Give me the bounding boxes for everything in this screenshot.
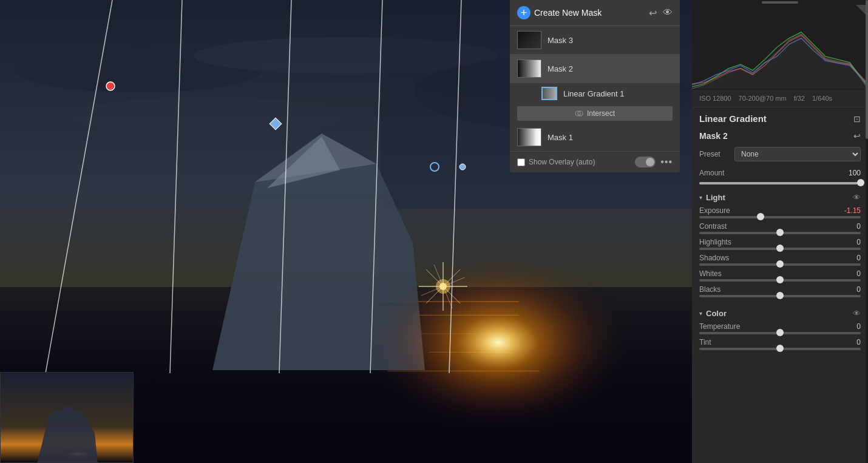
mask-panel: + Create New Mask ↩ 👁 Mask 3 Mask 2 Line… xyxy=(510,0,680,172)
linear-gradient-header: Linear Gradient ⊡ xyxy=(692,107,868,127)
linear-gradient-label: Linear Gradient 1 xyxy=(563,89,624,98)
whites-slider[interactable] xyxy=(699,279,861,282)
color-section-header[interactable]: ▾ Color 👁 xyxy=(692,304,868,320)
mask3-thumbnail xyxy=(517,31,541,49)
more-options-icon[interactable]: ••• xyxy=(660,157,673,167)
whites-label: Whites xyxy=(699,269,722,278)
edit-icon[interactable]: ⊡ xyxy=(853,114,861,124)
preset-label: Preset xyxy=(699,150,730,158)
show-overlay-checkbox[interactable] xyxy=(517,158,525,166)
contrast-label: Contrast xyxy=(699,222,727,231)
show-overlay-area: Show Overlay (auto) xyxy=(517,158,630,166)
temperature-slider[interactable] xyxy=(699,332,861,334)
preset-select[interactable]: None xyxy=(734,147,861,161)
exposure-row: Exposure -1.15 xyxy=(692,204,868,220)
tint-thumb[interactable] xyxy=(776,345,784,352)
resize-notch xyxy=(762,1,798,4)
iso-label: ISO 12800 xyxy=(699,95,731,102)
visibility-icon[interactable]: 👁 xyxy=(663,7,673,18)
overlay-toggle[interactable] xyxy=(635,157,656,167)
create-new-mask-label: Create New Mask xyxy=(534,8,602,18)
mask2-label: Mask 2 xyxy=(548,64,573,73)
shutter-label: 1/640s xyxy=(812,95,832,102)
mask-item-3[interactable]: Mask 3 xyxy=(510,26,680,55)
temperature-thumb[interactable] xyxy=(776,329,784,336)
top-resize-bar[interactable] xyxy=(692,0,868,5)
blacks-thumb[interactable] xyxy=(776,292,784,299)
contrast-slider[interactable] xyxy=(699,232,861,234)
highlights-label: Highlights xyxy=(699,238,731,246)
plus-icon: + xyxy=(517,6,531,19)
mask3-label: Mask 3 xyxy=(548,36,573,45)
amount-row: Amount 100 xyxy=(692,166,868,182)
lens-label: 70-200@70 mm xyxy=(739,95,787,102)
highlights-row: Highlights 0 xyxy=(692,236,868,252)
linear-gradient-title: Linear Gradient xyxy=(699,113,767,124)
tint-label: Tint xyxy=(699,338,711,346)
shadows-row: Shadows 0 xyxy=(692,252,868,268)
scrollbar-track xyxy=(866,0,868,463)
undo-icon[interactable]: ↩ xyxy=(649,7,657,19)
exposure-label: Exposure xyxy=(699,206,730,215)
camera-info: ISO 12800 70-200@70 mm f/32 1/640s xyxy=(692,90,868,107)
preset-row: Preset None xyxy=(692,144,868,164)
contrast-thumb[interactable] xyxy=(776,229,784,236)
exposure-slider[interactable] xyxy=(699,216,861,218)
create-new-mask-button[interactable]: + Create New Mask xyxy=(517,6,649,19)
thumbnail-filmstrip[interactable] xyxy=(0,372,134,463)
linear-gradient-icon xyxy=(541,87,557,100)
tint-slider[interactable] xyxy=(699,348,861,350)
color-visibility-icon[interactable]: 👁 xyxy=(853,309,861,318)
color-section-left: ▾ Color xyxy=(699,309,727,318)
color-chevron-icon: ▾ xyxy=(699,310,702,317)
mask2-section-header: Mask 2 ↩ xyxy=(692,127,868,144)
highlights-value: 0 xyxy=(839,238,861,246)
histogram xyxy=(692,5,868,90)
exposure-value: -1.15 xyxy=(839,206,861,215)
temperature-row: Temperature 0 xyxy=(692,320,868,336)
amount-slider-track[interactable] xyxy=(699,182,861,184)
scrollbar-thumb[interactable] xyxy=(866,0,868,139)
linear-gradient-sub-item[interactable]: Linear Gradient 1 xyxy=(510,83,680,104)
amount-slider-container xyxy=(692,182,868,188)
temperature-value: 0 xyxy=(839,322,861,331)
exposure-thumb[interactable] xyxy=(757,213,764,220)
whites-row: Whites 0 xyxy=(692,268,868,283)
svg-point-25 xyxy=(436,279,450,294)
light-section-left: ▾ Light xyxy=(699,193,725,202)
light-chevron-icon: ▾ xyxy=(699,194,702,201)
show-overlay-label: Show Overlay (auto) xyxy=(529,158,595,166)
light-section-header[interactable]: ▾ Light 👁 xyxy=(692,188,868,204)
mask-item-2[interactable]: Mask 2 xyxy=(510,55,680,83)
mask-item-1[interactable]: Mask 1 xyxy=(510,123,680,152)
contrast-value: 0 xyxy=(839,222,861,231)
intersect-button[interactable]: Intersect xyxy=(517,106,673,121)
blacks-row: Blacks 0 xyxy=(692,283,868,299)
shadows-value: 0 xyxy=(839,254,861,262)
right-panel: ISO 12800 70-200@70 mm f/32 1/640s Linea… xyxy=(692,0,868,463)
mask-panel-footer: Show Overlay (auto) ••• xyxy=(510,152,680,172)
highlights-slider[interactable] xyxy=(699,248,861,250)
shadows-thumb[interactable] xyxy=(776,260,784,268)
mask1-label: Mask 1 xyxy=(548,133,573,142)
canvas-area: + Create New Mask ↩ 👁 Mask 3 Mask 2 Line… xyxy=(0,0,692,463)
blacks-slider[interactable] xyxy=(699,295,861,297)
blacks-value: 0 xyxy=(839,285,861,294)
temperature-label: Temperature xyxy=(699,322,740,331)
whites-value: 0 xyxy=(839,269,861,278)
highlights-thumb[interactable] xyxy=(776,245,784,252)
mask-panel-header: + Create New Mask ↩ 👁 xyxy=(510,0,680,26)
mask2-thumbnail xyxy=(517,59,541,78)
shadows-label: Shadows xyxy=(699,254,729,262)
amount-slider-thumb[interactable] xyxy=(857,179,864,186)
whites-thumb[interactable] xyxy=(776,276,784,283)
light-section-title: Light xyxy=(706,193,725,202)
mask2-undo-icon[interactable]: ↩ xyxy=(853,131,861,141)
light-visibility-icon[interactable]: 👁 xyxy=(853,193,861,202)
amount-label: Amount xyxy=(699,169,832,177)
shadows-slider[interactable] xyxy=(699,263,861,266)
tint-row: Tint 0 xyxy=(692,336,868,352)
intersect-icon xyxy=(575,109,583,118)
tint-value: 0 xyxy=(839,338,861,346)
mask1-thumbnail xyxy=(517,128,541,146)
